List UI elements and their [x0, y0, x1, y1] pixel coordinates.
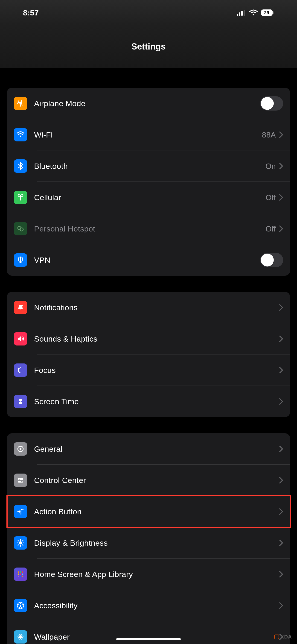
row-value: Off: [266, 193, 276, 202]
row-value: Off: [266, 224, 276, 233]
settings-row-accessibility[interactable]: Accessibility: [7, 590, 290, 621]
row-label: Cellular: [34, 193, 266, 202]
settings-row-hotspot[interactable]: Personal Hotspot Off: [7, 213, 290, 244]
svg-point-45: [20, 636, 22, 638]
settings-row-home-screen[interactable]: Home Screen & App Library: [7, 558, 290, 590]
chevron-right-icon: [279, 446, 283, 452]
wallpaper-icon: [14, 630, 27, 644]
svg-rect-2: [241, 11, 243, 16]
settings-row-sounds[interactable]: Sounds & Haptics: [7, 323, 290, 354]
settings-row-cellular[interactable]: Cellular Off: [7, 182, 290, 213]
airplane-toggle[interactable]: [260, 96, 283, 110]
vpn-toggle[interactable]: [260, 253, 283, 267]
settings-row-vpn[interactable]: VPN: [7, 244, 290, 276]
battery-icon: 29: [261, 10, 274, 16]
settings-group-alerts: Notifications Sounds & Haptics Focus Scr…: [7, 292, 290, 417]
settings-row-display[interactable]: Display & Brightness: [7, 527, 290, 558]
row-label: Airplane Mode: [34, 99, 260, 108]
status-time: 8:57: [23, 8, 39, 17]
svg-rect-0: [237, 14, 238, 16]
svg-rect-40: [18, 576, 19, 577]
notifications-icon: [14, 301, 27, 314]
svg-point-12: [20, 448, 22, 450]
row-label: General: [34, 444, 279, 454]
settings-row-notifications[interactable]: Notifications: [7, 292, 290, 323]
settings-row-focus[interactable]: Focus: [7, 354, 290, 386]
chevron-right-icon: [279, 367, 283, 374]
row-label: Control Center: [34, 476, 279, 485]
row-label: Personal Hotspot: [34, 224, 266, 233]
settings-row-wallpaper[interactable]: Wallpaper: [7, 621, 290, 644]
svg-rect-5: [273, 12, 274, 14]
svg-point-10: [21, 305, 23, 306]
sounds-icon: [14, 332, 27, 346]
home-indicator[interactable]: [116, 638, 181, 640]
svg-rect-3: [244, 10, 245, 16]
svg-rect-35: [20, 572, 21, 573]
wifi-icon: [249, 10, 258, 16]
signal-icon: [237, 10, 246, 16]
settings-group-general: General Control Center Action Button Dis…: [7, 433, 290, 644]
general-icon: [14, 442, 27, 456]
row-label: VPN: [34, 256, 260, 265]
settings-group-connectivity: Airplane Mode Wi-Fi 88A Bluetooth On Cel…: [7, 88, 290, 276]
chevron-right-icon: [279, 131, 283, 138]
svg-rect-39: [22, 574, 23, 575]
settings-row-wifi[interactable]: Wi-Fi 88A: [7, 119, 290, 150]
row-value: 88A: [262, 130, 276, 139]
chevron-right-icon: [279, 225, 283, 232]
row-label: Focus: [34, 366, 279, 375]
settings-row-general[interactable]: General: [7, 433, 290, 464]
settings-row-action-button[interactable]: Action Button: [7, 496, 290, 527]
status-indicators: 29: [237, 10, 274, 16]
settings-row-bluetooth[interactable]: Bluetooth On: [7, 150, 290, 182]
airplane-icon: [14, 97, 27, 110]
chevron-right-icon: [279, 194, 283, 201]
chevron-right-icon: [279, 398, 283, 405]
settings-row-control-center[interactable]: Control Center: [7, 464, 290, 496]
chevron-right-icon: [279, 335, 283, 342]
screentime-icon: [14, 395, 27, 408]
accessibility-icon: [14, 599, 27, 612]
svg-rect-37: [18, 574, 19, 575]
svg-point-44: [20, 603, 21, 604]
svg-line-32: [22, 540, 23, 541]
chevron-right-icon: [279, 571, 283, 578]
home-screen-icon: [14, 568, 27, 581]
svg-rect-49: [275, 635, 279, 639]
wifi-icon: [14, 128, 27, 142]
settings-row-airplane[interactable]: Airplane Mode: [7, 88, 290, 119]
settings-row-screentime[interactable]: Screen Time: [7, 386, 290, 417]
row-label: Action Button: [34, 507, 279, 516]
status-bar: 8:57 29: [0, 0, 297, 25]
chevron-right-icon: [279, 508, 283, 515]
svg-line-33: [18, 545, 19, 546]
action-button-icon: [14, 505, 27, 518]
xda-watermark: XDA: [274, 634, 292, 640]
row-label: Wi-Fi: [34, 130, 262, 139]
row-value: On: [266, 162, 276, 171]
svg-rect-34: [18, 572, 19, 573]
chevron-right-icon: [279, 477, 283, 484]
row-label: Notifications: [34, 303, 279, 312]
row-label: Display & Brightness: [34, 538, 279, 548]
display-icon: [14, 536, 27, 550]
bluetooth-icon: [14, 160, 27, 173]
hotspot-icon: [14, 222, 27, 236]
svg-point-6: [20, 195, 21, 196]
svg-point-24: [22, 481, 22, 482]
svg-line-31: [22, 545, 23, 546]
row-label: Accessibility: [34, 601, 279, 610]
svg-rect-41: [20, 576, 21, 577]
settings-content[interactable]: Airplane Mode Wi-Fi 88A Bluetooth On Cel…: [0, 88, 297, 644]
row-label: Sounds & Haptics: [34, 334, 279, 344]
cellular-icon: [14, 191, 27, 204]
chevron-right-icon: [279, 540, 283, 546]
svg-point-22: [19, 478, 20, 480]
svg-rect-1: [239, 12, 240, 16]
focus-icon: [14, 364, 27, 377]
row-label: Bluetooth: [34, 162, 266, 171]
svg-rect-36: [22, 572, 23, 573]
svg-point-25: [19, 541, 22, 544]
row-label: Home Screen & App Library: [34, 570, 279, 579]
